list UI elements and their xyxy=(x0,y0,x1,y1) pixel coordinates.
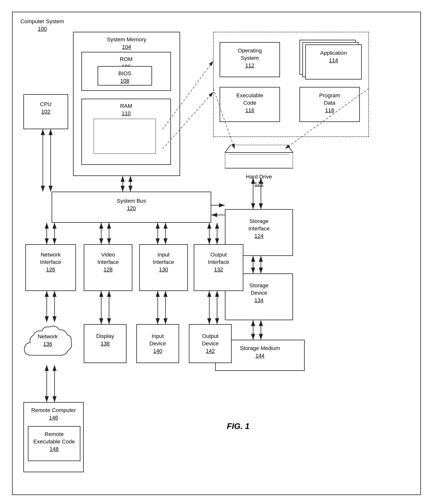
ram-box: RAM 110 xyxy=(81,99,171,165)
hard-drive-label: Hard Drive122 xyxy=(225,173,293,188)
program-data-label: ProgramData 118 xyxy=(300,92,359,114)
hard-drive: Hard Drive122 xyxy=(225,145,293,172)
ram-label: RAM 110 xyxy=(82,102,170,117)
input-interface-box: InputInterface 130 xyxy=(139,244,188,291)
remote-executable-code-box: RemoteExecutable Code 148 xyxy=(28,426,80,461)
executable-code-box: ExecutableCode 116 xyxy=(220,87,280,122)
svg-marker-0 xyxy=(225,145,293,153)
storage-interface-label: StorageInterface 124 xyxy=(225,217,292,240)
svg-rect-1 xyxy=(225,153,293,168)
os-label: OperatingSystem 112 xyxy=(220,47,279,69)
display-box: Display 138 xyxy=(84,324,127,363)
video-interface-label: VideoInterface 128 xyxy=(84,251,132,273)
network-interface-box: NetworkInterface 126 xyxy=(25,244,76,291)
display-label: Display 138 xyxy=(84,333,126,347)
fig-label: FIG. 1 xyxy=(227,422,250,431)
page: Computer System 100 CPU 102 System Memor… xyxy=(12,12,421,495)
output-device-box: OutputDevice 142 xyxy=(189,324,232,363)
input-device-label: InputDevice 140 xyxy=(137,333,179,354)
remote-executable-code-label: RemoteExecutable Code 148 xyxy=(28,431,80,452)
system-bus-label: System Bus 120 xyxy=(52,197,211,212)
system-memory-label: System Memory 104 xyxy=(74,36,180,51)
system-bus-box: System Bus 120 xyxy=(52,192,211,223)
computer-system-label: Computer System 100 xyxy=(20,18,64,33)
cpu-box: CPU 102 xyxy=(23,94,68,129)
input-device-box: InputDevice 140 xyxy=(136,324,179,363)
bios-box: BIOS 108 xyxy=(97,66,152,86)
application-label: Application 114 xyxy=(306,49,361,64)
program-data-box: ProgramData 118 xyxy=(299,87,360,122)
output-device-label: OutputDevice 142 xyxy=(190,333,231,354)
ram-inner-box xyxy=(94,119,156,154)
remote-computer-label: Remote Computer 146 xyxy=(24,406,83,421)
network-cloud: Network136 xyxy=(20,320,75,365)
system-memory-box: System Memory 104 ROM 106 BIOS 108 RAM 1… xyxy=(73,32,180,176)
network-interface-label: NetworkInterface 126 xyxy=(26,251,75,273)
network-label: Network136 xyxy=(20,333,75,348)
software-group-box: OperatingSystem 112 Application 114 Exec… xyxy=(213,32,369,137)
application-box: Application 114 xyxy=(305,45,362,80)
video-interface-box: VideoInterface 128 xyxy=(84,244,132,291)
cpu-label: CPU 102 xyxy=(24,100,68,115)
bios-label: BIOS 108 xyxy=(98,70,151,85)
input-interface-label: InputInterface 130 xyxy=(140,251,187,273)
remote-computer-box: Remote Computer 146 RemoteExecutable Cod… xyxy=(23,402,84,472)
os-box: OperatingSystem 112 xyxy=(220,42,280,77)
rom-box: ROM 106 BIOS 108 xyxy=(81,52,171,91)
output-interface-box: OutputInterface 132 xyxy=(194,244,243,291)
executable-code-label: ExecutableCode 116 xyxy=(220,92,279,114)
output-interface-label: OutputInterface 132 xyxy=(194,251,243,273)
